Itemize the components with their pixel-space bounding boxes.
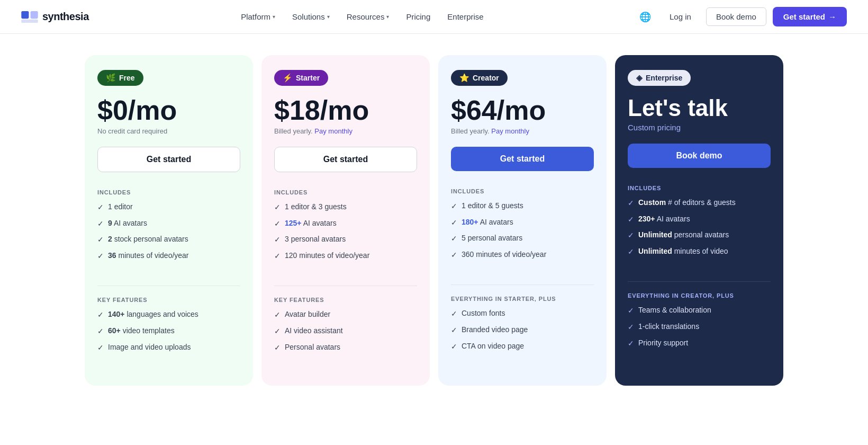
plan-badge-enterprise: ◈ Enterprise: [628, 70, 691, 86]
check-icon: ✓: [628, 198, 634, 209]
nav-links: Platform ▾ Solutions ▾ Resources ▾ Prici…: [233, 8, 491, 25]
features-label-creator: EVERYTHING IN STARTER, PLUS: [451, 296, 594, 302]
get-started-button-nav[interactable]: Get started →: [773, 7, 847, 26]
plan-price-free: $0/mo: [97, 96, 240, 124]
check-icon: ✓: [451, 234, 457, 244]
cta-button-free[interactable]: Get started: [97, 147, 240, 172]
check-icon: ✓: [628, 306, 634, 316]
check-icon: ✓: [274, 219, 281, 229]
includes-list-enterprise: ✓Custom # of editors & guests ✓230+ AI a…: [628, 198, 771, 262]
list-item: ✓AI video assistant: [274, 326, 417, 337]
features-list-free: ✓140+ languages and voices ✓60+ video te…: [97, 309, 240, 358]
includes-label-creator: INCLUDES: [451, 188, 594, 194]
list-item: ✓3 personal avatars: [274, 234, 417, 245]
nav-resources[interactable]: Resources ▾: [339, 8, 397, 25]
list-item: ✓180+ AI avatars: [451, 217, 594, 228]
check-icon: ✓: [274, 343, 281, 353]
check-icon: ✓: [451, 218, 457, 228]
navbar: synthesia Platform ▾ Solutions ▾ Resourc…: [0, 0, 868, 34]
features-list-enterprise: ✓Teams & collaboration ✓1-click translat…: [628, 305, 771, 354]
check-icon: ✓: [451, 250, 457, 261]
plan-card-starter: ⚡ Starter $18/mo Billed yearly. Pay mont…: [261, 55, 430, 386]
plan-badge-free: 🌿 Free: [97, 70, 143, 86]
divider: [274, 286, 417, 286]
includes-label-enterprise: INCLUDES: [628, 185, 771, 191]
check-icon: ✓: [628, 339, 634, 349]
check-icon: ✓: [97, 202, 104, 213]
nav-enterprise[interactable]: Enterprise: [440, 8, 491, 25]
list-item: ✓2 stock personal avatars: [97, 234, 240, 245]
plan-price-creator: $64/mo: [451, 96, 594, 124]
globe-button[interactable]: 🌐: [636, 7, 655, 26]
check-icon: ✓: [97, 251, 104, 262]
check-icon: ✓: [274, 235, 281, 245]
list-item: ✓Custom # of editors & guests: [628, 198, 771, 209]
lightning-icon: ⚡: [283, 73, 293, 83]
layers-icon: ◈: [636, 73, 643, 83]
includes-list-free: ✓1 editor ✓9 AI avatars ✓2 stock persona…: [97, 202, 240, 266]
list-item: ✓1 editor & 3 guests: [274, 202, 417, 213]
list-item: ✓Personal avatars: [274, 342, 417, 353]
check-icon: ✓: [451, 201, 457, 212]
list-item: ✓Unlimited personal avatars: [628, 230, 771, 241]
features-label-starter: KEY FEATURES: [274, 297, 417, 303]
list-item: ✓60+ video templates: [97, 326, 240, 337]
features-label-enterprise: EVERYTHING IN CREATOR, PLUS: [628, 292, 771, 299]
check-icon: ✓: [97, 326, 104, 337]
nav-platform[interactable]: Platform ▾: [233, 8, 283, 25]
list-item: ✓Custom fonts: [451, 308, 594, 319]
list-item: ✓125+ AI avatars: [274, 218, 417, 229]
list-item: ✓120 minutes of video/year: [274, 251, 417, 262]
chevron-down-icon: ▾: [327, 14, 330, 20]
includes-list-starter: ✓1 editor & 3 guests ✓125+ AI avatars ✓3…: [274, 202, 417, 266]
check-icon: ✓: [274, 326, 281, 337]
check-icon: ✓: [628, 247, 634, 257]
list-item: ✓1 editor: [97, 202, 240, 213]
plan-price-starter: $18/mo: [274, 96, 417, 124]
list-item: ✓5 personal avatars: [451, 233, 594, 244]
cta-button-creator[interactable]: Get started: [451, 147, 594, 171]
features-list-starter: ✓Avatar builder ✓AI video assistant ✓Per…: [274, 309, 417, 358]
leaf-icon: 🌿: [106, 73, 116, 83]
plan-card-creator: ⭐ Creator $64/mo Billed yearly. Pay mont…: [438, 55, 607, 386]
check-icon: ✓: [97, 219, 104, 229]
list-item: ✓Teams & collaboration: [628, 305, 771, 316]
pricing-grid: 🌿 Free $0/mo No credit card required Get…: [85, 55, 783, 386]
list-item: ✓CTA on video page: [451, 341, 594, 352]
nav-actions: 🌐 Log in Book demo Get started →: [636, 7, 847, 26]
check-icon: ✓: [274, 310, 281, 321]
login-button[interactable]: Log in: [661, 8, 700, 25]
svg-rect-1: [31, 11, 38, 19]
list-item: ✓Priority support: [628, 338, 771, 349]
nav-solutions[interactable]: Solutions ▾: [285, 8, 337, 25]
list-item: ✓Branded video page: [451, 325, 594, 336]
features-label-free: KEY FEATURES: [97, 297, 240, 303]
divider: [97, 286, 240, 286]
cta-button-starter[interactable]: Get started: [274, 147, 417, 172]
check-icon: ✓: [97, 235, 104, 245]
features-list-creator: ✓Custom fonts ✓Branded video page ✓CTA o…: [451, 308, 594, 357]
svg-rect-0: [21, 11, 29, 19]
plan-badge-creator: ⭐ Creator: [451, 70, 508, 86]
list-item: ✓Unlimited minutes of video: [628, 246, 771, 257]
nav-pricing[interactable]: Pricing: [399, 8, 438, 25]
list-item: ✓1 editor & 5 guests: [451, 201, 594, 212]
list-item: ✓Avatar builder: [274, 309, 417, 321]
logo[interactable]: synthesia: [21, 11, 89, 23]
divider: [628, 281, 771, 282]
plan-card-enterprise: ◈ Enterprise Let's talk Custom pricing B…: [615, 55, 783, 386]
check-icon: ✓: [451, 342, 457, 352]
list-item: ✓9 AI avatars: [97, 218, 240, 229]
check-icon: ✓: [97, 343, 104, 353]
list-item: ✓Image and video uploads: [97, 342, 240, 353]
book-demo-button-nav[interactable]: Book demo: [706, 7, 766, 26]
svg-rect-2: [21, 19, 38, 22]
check-icon: ✓: [451, 325, 457, 336]
cta-button-enterprise[interactable]: Book demo: [628, 144, 771, 168]
plan-price-sub-free: No credit card required: [97, 127, 240, 135]
chevron-down-icon: ▾: [386, 14, 389, 20]
check-icon: ✓: [628, 230, 634, 241]
globe-icon: 🌐: [639, 11, 651, 23]
plan-price-sub-creator: Billed yearly. Pay monthly: [451, 127, 594, 135]
star-icon: ⭐: [459, 73, 469, 83]
